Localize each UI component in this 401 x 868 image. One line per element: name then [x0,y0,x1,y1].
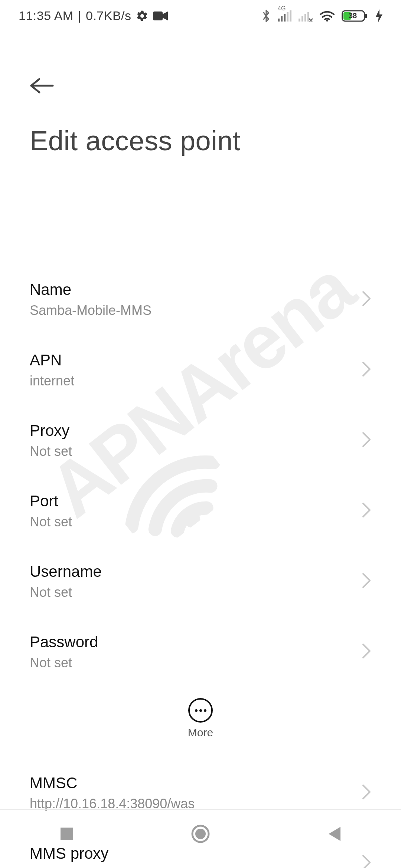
svg-rect-13 [365,14,367,18]
signal-1-icon: 4G [278,10,292,22]
svg-rect-10 [307,12,309,22]
row-value: 10.16.18.77 [30,866,342,868]
row-value: Not set [30,655,342,671]
chevron-right-icon [362,431,371,449]
svg-point-18 [195,829,206,839]
android-nav-bar [0,809,401,858]
circle-icon [191,825,210,843]
row-value: internet [30,373,342,389]
bluetooth-icon [261,9,271,23]
row-label: APN [30,351,342,369]
row-value: Samba-Mobile-MMS [30,302,342,318]
chevron-right-icon [362,290,371,308]
status-time: 11:35 AM [19,9,74,23]
more-label: More [188,726,213,739]
video-camera-icon [153,11,168,21]
triangle-left-icon [327,826,341,842]
svg-rect-6 [290,10,291,22]
row-username[interactable]: Username Not set [30,546,371,617]
page-title: Edit access point [30,125,371,157]
svg-rect-8 [301,16,303,22]
row-label: MMSC [30,774,342,792]
row-value: Not set [30,584,342,600]
row-label: Port [30,492,342,510]
row-value: Not set [30,514,342,530]
svg-rect-1 [153,11,163,20]
more-icon [188,698,213,723]
wifi-icon [319,10,335,22]
status-speed: 0.7KB/s [86,9,131,23]
status-separator: | [78,9,81,23]
svg-rect-16 [61,828,73,840]
svg-point-11 [326,19,328,22]
chevron-right-icon [362,572,371,590]
row-password[interactable]: Password Not set [30,617,371,687]
row-value: Not set [30,443,342,459]
svg-rect-4 [284,14,286,22]
square-icon [60,827,74,841]
charging-icon [376,9,382,23]
settings-list: Name Samba-Mobile-MMS APN internet Proxy… [0,264,401,868]
nav-recent-button[interactable] [54,821,80,847]
gear-icon [136,10,149,22]
svg-rect-5 [287,12,288,22]
nav-back-button[interactable] [321,821,347,847]
chevron-right-icon [362,784,371,802]
header: Edit access point [0,72,401,157]
signal-2-icon [299,10,313,22]
chevron-right-icon [362,361,371,379]
row-apn[interactable]: APN internet [30,335,371,405]
svg-rect-9 [304,14,306,22]
chevron-right-icon [362,643,371,661]
row-label: Name [30,280,342,299]
status-bar: 11:35 AM | 0.7KB/s 4G 38 [0,0,401,32]
nav-home-button[interactable] [188,821,213,847]
row-proxy[interactable]: Proxy Not set [30,405,371,476]
row-label: Password [30,633,342,651]
status-right: 4G 38 [261,9,382,23]
arrow-left-icon [30,78,54,94]
row-port[interactable]: Port Not set [30,476,371,546]
battery-pct-text: 38 [349,11,357,20]
more-button[interactable]: More [0,689,401,748]
svg-rect-3 [281,16,283,22]
row-label: Proxy [30,421,342,440]
status-left: 11:35 AM | 0.7KB/s [19,9,168,23]
svg-rect-2 [278,19,280,22]
back-button[interactable] [30,72,56,99]
battery-icon: 38 [342,9,369,23]
chevron-right-icon [362,502,371,520]
svg-rect-7 [299,19,300,22]
row-name[interactable]: Name Samba-Mobile-MMS [30,264,371,335]
signal-4g-label: 4G [278,5,286,12]
row-label: Username [30,562,342,581]
